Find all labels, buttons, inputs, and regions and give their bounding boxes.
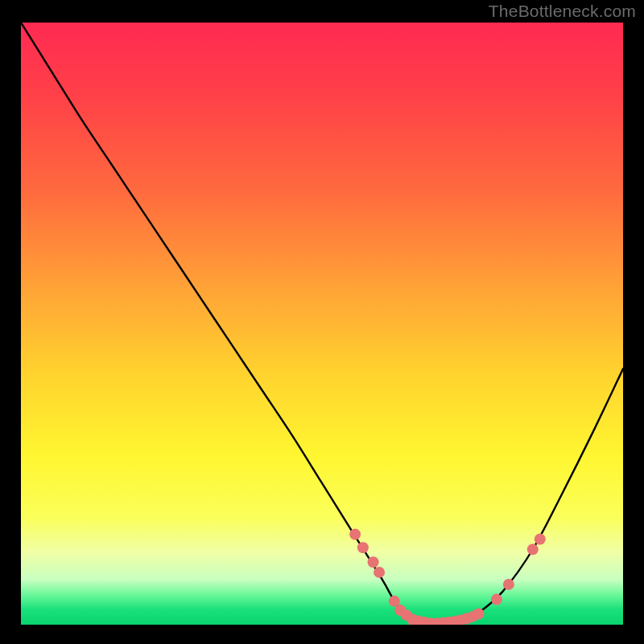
curve-overlay xyxy=(21,23,623,625)
curve-marker xyxy=(473,609,484,620)
curve-marker xyxy=(503,579,514,590)
curve-marker xyxy=(349,529,361,540)
curve-markers xyxy=(349,529,546,625)
curve-marker xyxy=(374,567,385,578)
curve-marker xyxy=(527,544,539,555)
chart-frame: TheBottleneck.com xyxy=(0,0,644,644)
curve-marker xyxy=(357,542,369,553)
attribution-label: TheBottleneck.com xyxy=(489,2,636,21)
curve-marker xyxy=(368,556,379,568)
curve-marker xyxy=(491,594,502,605)
curve-marker xyxy=(535,534,546,545)
bottleneck-curve xyxy=(21,23,623,625)
